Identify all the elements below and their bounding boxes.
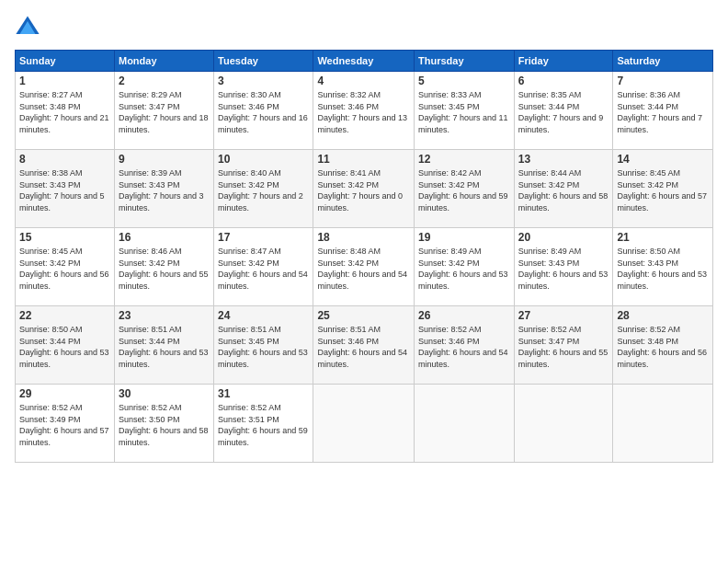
day-number: 10 [218, 153, 309, 166]
day-info: Sunrise: 8:45 AM Sunset: 3:42 PM Dayligh… [617, 167, 709, 213]
day-number: 4 [317, 75, 410, 87]
calendar-cell: 1 Sunrise: 8:27 AM Sunset: 3:48 PM Dayli… [16, 72, 115, 150]
day-number: 6 [518, 75, 609, 87]
day-number: 5 [418, 75, 510, 87]
day-info: Sunrise: 8:52 AM Sunset: 3:47 PM Dayligh… [518, 324, 609, 370]
day-number: 16 [119, 231, 210, 244]
day-number: 30 [119, 387, 210, 400]
col-header-wednesday: Wednesday [313, 51, 415, 72]
week-row-1: 1 Sunrise: 8:27 AM Sunset: 3:48 PM Dayli… [16, 72, 713, 150]
day-info: Sunrise: 8:38 AM Sunset: 3:43 PM Dayligh… [19, 167, 110, 213]
calendar-cell: 13 Sunrise: 8:44 AM Sunset: 3:42 PM Dayl… [514, 150, 613, 228]
day-number: 12 [418, 153, 510, 166]
col-header-thursday: Thursday [415, 51, 515, 72]
day-info: Sunrise: 8:33 AM Sunset: 3:45 PM Dayligh… [418, 89, 510, 135]
calendar-body: 1 Sunrise: 8:27 AM Sunset: 3:48 PM Dayli… [16, 72, 713, 463]
day-number: 15 [19, 231, 110, 244]
day-info: Sunrise: 8:29 AM Sunset: 3:47 PM Dayligh… [119, 89, 210, 135]
calendar-cell: 29 Sunrise: 8:52 AM Sunset: 3:49 PM Dayl… [16, 385, 115, 463]
day-number: 21 [617, 231, 709, 244]
day-info: Sunrise: 8:52 AM Sunset: 3:46 PM Dayligh… [418, 324, 510, 370]
calendar-cell: 7 Sunrise: 8:36 AM Sunset: 3:44 PM Dayli… [613, 72, 713, 150]
calendar-cell: 25 Sunrise: 8:51 AM Sunset: 3:46 PM Dayl… [313, 306, 415, 385]
day-number: 14 [617, 153, 709, 166]
day-number: 22 [19, 309, 110, 322]
calendar-cell: 27 Sunrise: 8:52 AM Sunset: 3:47 PM Dayl… [514, 306, 613, 385]
calendar-cell [514, 385, 613, 463]
calendar-cell: 2 Sunrise: 8:29 AM Sunset: 3:47 PM Dayli… [114, 72, 213, 150]
col-header-saturday: Saturday [613, 51, 713, 72]
day-number: 9 [119, 153, 210, 166]
day-info: Sunrise: 8:44 AM Sunset: 3:42 PM Dayligh… [518, 167, 609, 213]
day-number: 23 [119, 309, 210, 322]
day-info: Sunrise: 8:49 AM Sunset: 3:43 PM Dayligh… [518, 246, 609, 292]
day-number: 29 [19, 387, 110, 400]
day-number: 13 [518, 153, 609, 166]
calendar-cell: 17 Sunrise: 8:47 AM Sunset: 3:42 PM Dayl… [214, 228, 313, 306]
day-number: 3 [218, 75, 309, 87]
calendar-cell: 19 Sunrise: 8:49 AM Sunset: 3:42 PM Dayl… [415, 228, 515, 306]
day-number: 7 [617, 75, 709, 87]
calendar-cell: 18 Sunrise: 8:48 AM Sunset: 3:42 PM Dayl… [313, 228, 415, 306]
day-info: Sunrise: 8:46 AM Sunset: 3:42 PM Dayligh… [119, 246, 210, 292]
day-number: 26 [418, 309, 510, 322]
col-header-friday: Friday [514, 51, 613, 72]
header-row: SundayMondayTuesdayWednesdayThursdayFrid… [16, 51, 713, 72]
day-info: Sunrise: 8:50 AM Sunset: 3:44 PM Dayligh… [19, 324, 110, 370]
calendar-cell: 21 Sunrise: 8:50 AM Sunset: 3:43 PM Dayl… [613, 228, 713, 306]
calendar-cell: 4 Sunrise: 8:32 AM Sunset: 3:46 PM Dayli… [313, 72, 415, 150]
day-number: 8 [19, 153, 110, 166]
day-info: Sunrise: 8:41 AM Sunset: 3:42 PM Dayligh… [317, 167, 410, 213]
calendar-header: SundayMondayTuesdayWednesdayThursdayFrid… [16, 51, 713, 72]
calendar-cell: 6 Sunrise: 8:35 AM Sunset: 3:44 PM Dayli… [514, 72, 613, 150]
day-info: Sunrise: 8:35 AM Sunset: 3:44 PM Dayligh… [518, 89, 609, 135]
day-number: 31 [218, 387, 309, 400]
day-info: Sunrise: 8:47 AM Sunset: 3:42 PM Dayligh… [218, 246, 309, 292]
day-number: 2 [119, 75, 210, 87]
day-info: Sunrise: 8:42 AM Sunset: 3:42 PM Dayligh… [418, 167, 510, 213]
calendar-cell: 9 Sunrise: 8:39 AM Sunset: 3:43 PM Dayli… [114, 150, 213, 228]
calendar-cell: 20 Sunrise: 8:49 AM Sunset: 3:43 PM Dayl… [514, 228, 613, 306]
week-row-4: 22 Sunrise: 8:50 AM Sunset: 3:44 PM Dayl… [16, 306, 713, 385]
calendar: SundayMondayTuesdayWednesdayThursdayFrid… [15, 50, 713, 463]
col-header-tuesday: Tuesday [214, 51, 313, 72]
day-info: Sunrise: 8:48 AM Sunset: 3:42 PM Dayligh… [317, 246, 410, 292]
logo [15, 15, 44, 40]
day-info: Sunrise: 8:52 AM Sunset: 3:51 PM Dayligh… [218, 402, 309, 448]
day-number: 17 [218, 231, 309, 244]
day-number: 1 [19, 75, 110, 87]
day-number: 19 [418, 231, 510, 244]
week-row-3: 15 Sunrise: 8:45 AM Sunset: 3:42 PM Dayl… [16, 228, 713, 306]
calendar-cell: 10 Sunrise: 8:40 AM Sunset: 3:42 PM Dayl… [214, 150, 313, 228]
day-info: Sunrise: 8:52 AM Sunset: 3:49 PM Dayligh… [19, 402, 110, 448]
day-number: 24 [218, 309, 309, 322]
calendar-cell: 3 Sunrise: 8:30 AM Sunset: 3:46 PM Dayli… [214, 72, 313, 150]
col-header-sunday: Sunday [16, 51, 115, 72]
week-row-2: 8 Sunrise: 8:38 AM Sunset: 3:43 PM Dayli… [16, 150, 713, 228]
day-number: 18 [317, 231, 410, 244]
page: SundayMondayTuesdayWednesdayThursdayFrid… [0, 0, 728, 563]
day-info: Sunrise: 8:49 AM Sunset: 3:42 PM Dayligh… [418, 246, 510, 292]
day-number: 28 [617, 309, 709, 322]
day-info: Sunrise: 8:40 AM Sunset: 3:42 PM Dayligh… [218, 167, 309, 213]
day-info: Sunrise: 8:32 AM Sunset: 3:46 PM Dayligh… [317, 89, 410, 135]
day-number: 11 [317, 153, 410, 166]
calendar-cell [613, 385, 713, 463]
logo-icon [15, 15, 40, 40]
day-info: Sunrise: 8:52 AM Sunset: 3:50 PM Dayligh… [119, 402, 210, 448]
day-number: 25 [317, 309, 410, 322]
calendar-cell: 14 Sunrise: 8:45 AM Sunset: 3:42 PM Dayl… [613, 150, 713, 228]
calendar-cell: 15 Sunrise: 8:45 AM Sunset: 3:42 PM Dayl… [16, 228, 115, 306]
calendar-cell: 23 Sunrise: 8:51 AM Sunset: 3:44 PM Dayl… [114, 306, 213, 385]
calendar-cell: 12 Sunrise: 8:42 AM Sunset: 3:42 PM Dayl… [415, 150, 515, 228]
calendar-cell: 31 Sunrise: 8:52 AM Sunset: 3:51 PM Dayl… [214, 385, 313, 463]
calendar-cell: 11 Sunrise: 8:41 AM Sunset: 3:42 PM Dayl… [313, 150, 415, 228]
day-info: Sunrise: 8:45 AM Sunset: 3:42 PM Dayligh… [19, 246, 110, 292]
calendar-cell: 5 Sunrise: 8:33 AM Sunset: 3:45 PM Dayli… [415, 72, 515, 150]
calendar-cell: 26 Sunrise: 8:52 AM Sunset: 3:46 PM Dayl… [415, 306, 515, 385]
day-info: Sunrise: 8:51 AM Sunset: 3:44 PM Dayligh… [119, 324, 210, 370]
day-info: Sunrise: 8:36 AM Sunset: 3:44 PM Dayligh… [617, 89, 709, 135]
calendar-cell: 28 Sunrise: 8:52 AM Sunset: 3:48 PM Dayl… [613, 306, 713, 385]
calendar-cell: 24 Sunrise: 8:51 AM Sunset: 3:45 PM Dayl… [214, 306, 313, 385]
calendar-cell: 30 Sunrise: 8:52 AM Sunset: 3:50 PM Dayl… [114, 385, 213, 463]
